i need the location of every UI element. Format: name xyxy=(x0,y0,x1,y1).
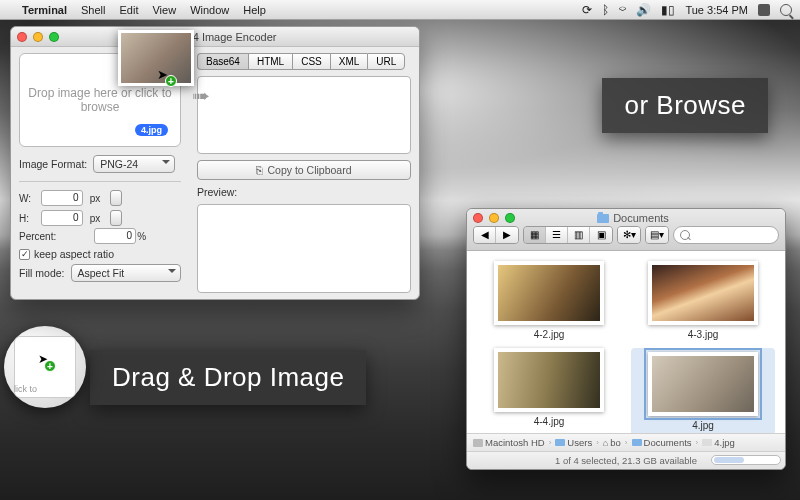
finder-content[interactable]: 4-2.jpg 4-3.jpg 4-4.jpg 4.jpg xyxy=(467,251,785,433)
keep-aspect-label: keep aspect ratio xyxy=(34,248,114,260)
menu-shell[interactable]: Shell xyxy=(81,4,105,16)
file-name: 4-2.jpg xyxy=(534,329,565,340)
file-name: 4-3.jpg xyxy=(688,329,719,340)
fillmode-label: Fill mode: xyxy=(19,267,65,279)
dropped-file-badge: 4.jpg xyxy=(135,124,168,136)
menu-help[interactable]: Help xyxy=(243,4,266,16)
tab-xml[interactable]: XML xyxy=(330,53,368,70)
spotlight-icon[interactable] xyxy=(780,4,792,16)
menu-window[interactable]: Window xyxy=(190,4,229,16)
dropzone-text: browse xyxy=(81,100,120,114)
action-menu-button[interactable]: ✻▾ xyxy=(618,227,640,243)
dropzone-text: Drop image here or click to xyxy=(28,86,171,100)
width-unit: px xyxy=(90,193,107,204)
encoder-window: Base64 Image Encoder Drop image here or … xyxy=(10,26,420,300)
file-name: 4.jpg xyxy=(692,420,714,431)
keep-aspect-checkbox[interactable]: ✓ xyxy=(19,249,30,260)
finder-status-bar: 1 of 4 selected, 21.3 GB available xyxy=(467,451,785,469)
caption-or-browse: or Browse xyxy=(602,78,768,133)
width-stepper[interactable] xyxy=(110,190,122,206)
encoder-titlebar[interactable]: Base64 Image Encoder xyxy=(11,27,419,47)
tab-base64[interactable]: Base64 xyxy=(197,53,248,70)
file-thumbnail xyxy=(648,261,758,325)
file-thumbnail xyxy=(494,261,604,325)
user-menu-icon[interactable] xyxy=(758,4,770,16)
sync-status-icon[interactable]: ⟳ xyxy=(582,4,592,16)
copy-to-clipboard-button[interactable]: ⎘ Copy to Clipboard xyxy=(197,160,411,180)
column-view-button[interactable]: ▥ xyxy=(568,227,590,243)
height-label: H: xyxy=(19,213,38,224)
arrow-right-icon: ➠ xyxy=(192,85,210,107)
magnifier-bubble: ➤ + lick to xyxy=(4,326,86,408)
format-label: Image Format: xyxy=(19,158,87,170)
finder-search-input[interactable] xyxy=(673,226,779,244)
mac-menubar: Terminal Shell Edit View Window Help ⟳ ᛒ… xyxy=(0,0,800,20)
menu-view[interactable]: View xyxy=(152,4,176,16)
width-label: W: xyxy=(19,193,38,204)
disk-icon xyxy=(473,439,483,447)
coverflow-view-button[interactable]: ▣ xyxy=(590,227,612,243)
finder-window-title: Documents xyxy=(487,212,779,224)
fillmode-select[interactable]: Aspect Fit xyxy=(71,264,181,282)
caption-drag-drop: Drag & Drop Image xyxy=(90,350,366,405)
battery-status-icon[interactable]: ▮▯ xyxy=(661,4,675,16)
output-textarea[interactable] xyxy=(197,76,411,154)
image-format-select[interactable]: PNG-24 xyxy=(93,155,175,173)
file-thumbnail xyxy=(494,348,604,412)
folder-icon xyxy=(555,439,565,446)
arrange-menu-button[interactable]: ▤▾ xyxy=(646,227,668,243)
finder-window: Documents ◀ ▶ ▦ ☰ ▥ ▣ ✻▾ ▤▾ 4-2.jpg xyxy=(466,208,786,470)
folder-icon xyxy=(632,439,642,446)
app-menu[interactable]: Terminal xyxy=(22,4,67,16)
drag-ghost-thumbnail: ➤ + xyxy=(118,30,194,86)
nav-forward-button[interactable]: ▶ xyxy=(496,227,518,243)
encoder-window-title: Base64 Image Encoder xyxy=(25,31,413,43)
preview-label: Preview: xyxy=(197,186,411,198)
bubble-text: lick to xyxy=(14,384,37,394)
height-unit: px xyxy=(90,213,107,224)
nav-back-forward[interactable]: ◀ ▶ xyxy=(473,226,519,244)
output-tabs: Base64 HTML CSS XML URL xyxy=(197,53,411,70)
tab-html[interactable]: HTML xyxy=(248,53,292,70)
bluetooth-status-icon[interactable]: ᛒ xyxy=(602,4,609,16)
plus-badge-icon: + xyxy=(44,360,56,372)
file-item-selected[interactable]: 4.jpg xyxy=(631,348,775,433)
menu-edit[interactable]: Edit xyxy=(120,4,139,16)
width-input[interactable]: 0 xyxy=(41,190,83,206)
folder-icon xyxy=(597,214,609,223)
file-name: 4-4.jpg xyxy=(534,416,565,427)
file-item[interactable]: 4-4.jpg xyxy=(477,348,621,433)
height-input[interactable]: 0 xyxy=(41,210,83,226)
copy-button-label: Copy to Clipboard xyxy=(267,164,351,176)
height-stepper[interactable] xyxy=(110,210,122,226)
close-window-button[interactable] xyxy=(473,213,483,223)
percent-label: Percent: xyxy=(19,231,91,242)
tab-css[interactable]: CSS xyxy=(292,53,330,70)
file-item[interactable]: 4-2.jpg xyxy=(477,261,621,340)
icon-view-button[interactable]: ▦ xyxy=(524,227,546,243)
clipboard-icon: ⎘ xyxy=(256,164,263,176)
plus-badge-icon: + xyxy=(165,75,177,87)
image-icon xyxy=(702,439,712,446)
percent-unit: % xyxy=(137,231,181,242)
view-mode-segment: ▦ ☰ ▥ ▣ xyxy=(523,226,613,244)
preview-box xyxy=(197,204,411,293)
wifi-status-icon[interactable]: ⌔ xyxy=(619,4,626,16)
horizontal-scrollbar[interactable] xyxy=(711,455,781,465)
volume-status-icon[interactable]: 🔊 xyxy=(636,4,651,16)
home-icon: ⌂ xyxy=(603,438,608,448)
file-item[interactable]: 4-3.jpg xyxy=(631,261,775,340)
file-thumbnail xyxy=(648,352,758,416)
list-view-button[interactable]: ☰ xyxy=(546,227,568,243)
tab-url[interactable]: URL xyxy=(367,53,405,70)
menubar-clock[interactable]: Tue 3:54 PM xyxy=(685,4,748,16)
nav-back-button[interactable]: ◀ xyxy=(474,227,496,243)
divider xyxy=(19,181,181,182)
finder-path-bar[interactable]: Macintosh HD› Users› ⌂bo› Documents› 4.j… xyxy=(467,433,785,451)
percent-input[interactable]: 0 xyxy=(94,228,136,244)
